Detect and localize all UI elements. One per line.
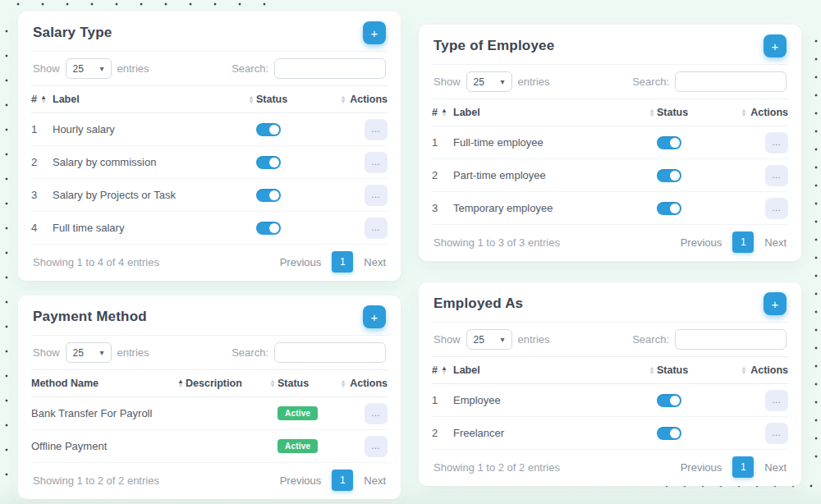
- add-button[interactable]: +: [764, 292, 787, 315]
- previous-button[interactable]: Previous: [280, 474, 322, 487]
- search-input[interactable]: [675, 71, 787, 92]
- table-header: Method Name ▴▾ Description ▴▾ Status ▴▾ …: [31, 369, 388, 397]
- next-button[interactable]: Next: [364, 474, 386, 487]
- row-actions-button[interactable]: ...: [765, 165, 788, 186]
- column-header-actions: Actions: [348, 378, 388, 389]
- next-button[interactable]: Next: [364, 256, 386, 268]
- column-header-status[interactable]: Status ▴▾: [657, 364, 749, 376]
- row-actions-button[interactable]: ...: [365, 119, 388, 140]
- row-number: 1: [432, 394, 453, 406]
- search-input[interactable]: [274, 58, 386, 79]
- entries-label: entries: [117, 62, 149, 75]
- add-button[interactable]: +: [363, 305, 386, 328]
- previous-button[interactable]: Previous: [681, 236, 722, 249]
- status-toggle[interactable]: [657, 136, 681, 149]
- row-number: 1: [31, 123, 53, 135]
- page: Salary Type + Show 25 ▾ entries Search:: [0, 0, 821, 504]
- search-control: Search:: [632, 329, 787, 350]
- search-control: Search:: [632, 71, 787, 92]
- row-number: 1: [432, 136, 453, 149]
- row-label: Part-time employee: [453, 169, 657, 181]
- table-row: 3 Temporary employee ...: [432, 192, 788, 225]
- column-header-label[interactable]: Label ▴▾: [53, 94, 256, 105]
- row-actions-button[interactable]: ...: [365, 403, 388, 424]
- row-label: Salary by commission: [53, 156, 256, 168]
- page-length-control: Show 25 ▾ entries: [433, 329, 550, 350]
- table-row: 1 Full-time employee ...: [432, 126, 788, 159]
- chevron-down-icon: ▾: [100, 348, 104, 357]
- row-label: Employee: [453, 394, 657, 406]
- row-actions-button[interactable]: ...: [365, 436, 388, 457]
- row-label: Freelancer: [453, 427, 657, 439]
- search-input[interactable]: [675, 329, 787, 350]
- column-header-status[interactable]: Status ▴▾: [277, 378, 348, 389]
- row-number: 3: [31, 189, 53, 201]
- column-header-status[interactable]: Status ▴▾: [657, 107, 749, 118]
- column-header-num[interactable]: # ▴▾: [31, 94, 53, 105]
- status-toggle[interactable]: [657, 394, 681, 407]
- status-toggle[interactable]: [657, 427, 681, 440]
- row-actions-button[interactable]: ...: [765, 198, 788, 219]
- row-actions-button[interactable]: ...: [765, 390, 788, 411]
- card-header: Salary Type +: [31, 11, 388, 52]
- add-button[interactable]: +: [764, 34, 787, 57]
- pagination: Previous 1 Next: [681, 231, 787, 253]
- search-input[interactable]: [274, 342, 386, 363]
- column-header-method-name[interactable]: Method Name ▴▾: [31, 378, 186, 389]
- plus-icon: +: [772, 298, 779, 310]
- column-header-label[interactable]: Label ▴▾: [453, 364, 657, 376]
- next-button[interactable]: Next: [764, 236, 787, 249]
- previous-button[interactable]: Previous: [681, 461, 722, 474]
- previous-button[interactable]: Previous: [280, 256, 322, 268]
- status-toggle[interactable]: [657, 169, 681, 182]
- row-actions-button[interactable]: ...: [365, 152, 388, 173]
- column-header-label[interactable]: Label ▴▾: [453, 107, 657, 118]
- entries-length-select[interactable]: 25 ▾: [466, 71, 512, 92]
- column-header-num[interactable]: # ▴▾: [432, 364, 453, 376]
- table-row: 2 Freelancer ...: [432, 417, 788, 450]
- column-header-actions: Actions: [348, 94, 388, 105]
- sort-icon: ▴▾: [250, 95, 253, 103]
- sort-icon: ▴▾: [342, 95, 345, 103]
- page-title: Type of Employee: [433, 38, 554, 54]
- column-header-status[interactable]: Status ▴▾: [256, 94, 348, 105]
- table-body: Bank Transfer For Payroll Active ... Off…: [31, 397, 388, 463]
- next-button[interactable]: Next: [764, 461, 787, 474]
- status-toggle[interactable]: [256, 123, 281, 136]
- card-payment-method: Payment Method + Show 25 ▾ entries Searc…: [18, 296, 401, 499]
- status-toggle[interactable]: [256, 156, 281, 169]
- page-number-button[interactable]: 1: [332, 470, 353, 491]
- row-number: 4: [31, 222, 53, 234]
- row-number: 3: [432, 202, 453, 214]
- page-number-button[interactable]: 1: [332, 251, 353, 273]
- table-header: # ▴▾ Label ▴▾ Status ▴▾ Actions: [432, 99, 788, 126]
- card-employed-as: Employed As + Show 25 ▾ entries Search:: [419, 282, 801, 486]
- add-button[interactable]: +: [363, 21, 386, 44]
- page-title: Payment Method: [33, 309, 147, 325]
- status-toggle[interactable]: [256, 189, 281, 202]
- row-actions-button[interactable]: ...: [365, 218, 388, 239]
- status-badge: Active: [277, 406, 318, 420]
- card-header: Type of Employee +: [432, 25, 788, 65]
- row-actions-button[interactable]: ...: [765, 132, 788, 153]
- entries-length-select[interactable]: 25 ▾: [66, 342, 112, 363]
- column-header-num[interactable]: # ▴▾: [432, 107, 453, 118]
- row-actions-button[interactable]: ...: [365, 185, 388, 206]
- selected-length: 25: [73, 63, 84, 75]
- column-header-actions: Actions: [749, 364, 788, 376]
- table-controls: Show 25 ▾ entries Search:: [432, 323, 788, 356]
- row-actions-button[interactable]: ...: [765, 423, 788, 444]
- entries-length-select[interactable]: 25 ▾: [466, 329, 512, 350]
- show-label: Show: [433, 76, 461, 88]
- status-toggle[interactable]: [256, 222, 281, 235]
- entries-length-select[interactable]: 25 ▾: [66, 58, 112, 79]
- right-column: Type of Employee + Show 25 ▾ entries Sea…: [419, 25, 801, 486]
- page-number-button[interactable]: 1: [732, 456, 754, 478]
- status-toggle[interactable]: [657, 202, 681, 215]
- column-header-description[interactable]: Description ▴▾: [186, 378, 277, 389]
- row-method-name: Bank Transfer For Payroll: [31, 407, 186, 419]
- page-number-button[interactable]: 1: [732, 231, 754, 253]
- row-number: 2: [31, 156, 53, 168]
- left-column: Salary Type + Show 25 ▾ entries Search:: [18, 11, 401, 499]
- pagination: Previous 1 Next: [681, 456, 787, 478]
